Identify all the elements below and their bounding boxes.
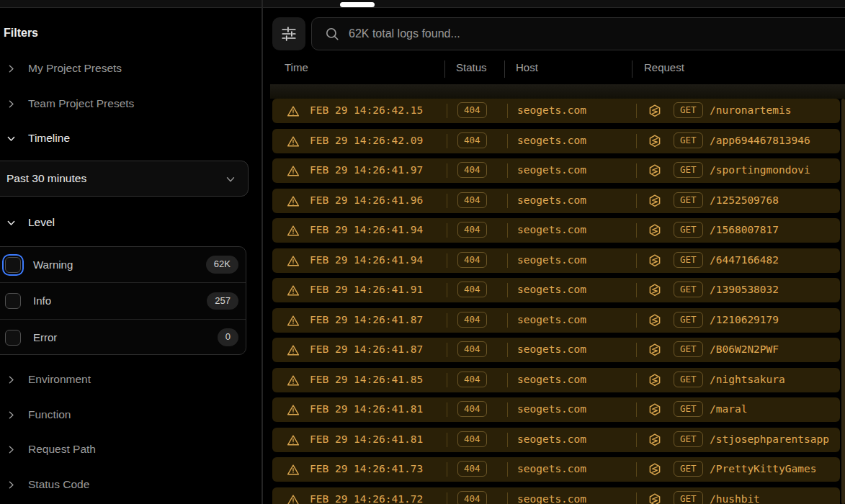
log-host: seogets.com (517, 463, 586, 474)
info-checkbox[interactable] (5, 293, 21, 309)
row-divider (636, 462, 637, 477)
row-divider (447, 373, 447, 387)
log-row[interactable]: FEB 29 14:26:42.09 404 seogets.com GET /… (272, 129, 840, 153)
http-method-badge: GET (674, 491, 703, 504)
log-row[interactable]: FEB 29 14:26:41.94 404 seogets.com GET /… (272, 218, 840, 243)
log-row[interactable]: FEB 29 14:26:41.81 404 seogets.com GET /… (272, 397, 840, 422)
sidebar-divider (261, 0, 263, 504)
log-host: seogets.com (517, 314, 586, 325)
warning-checkbox[interactable] (5, 257, 21, 273)
timeline-select[interactable]: Past 30 minutes (0, 161, 249, 197)
row-divider (507, 223, 508, 238)
log-row[interactable]: FEB 29 14:26:41.72 404 seogets.com GET /… (272, 487, 840, 504)
function-icon (648, 313, 662, 328)
row-divider (636, 104, 637, 118)
sidebar-section-level[interactable]: Level (6, 215, 55, 230)
status-code-badge: 404 (457, 222, 487, 238)
http-method-badge: GET (674, 252, 703, 268)
level-label: Info (33, 294, 51, 307)
function-icon (648, 462, 662, 477)
row-divider (447, 402, 447, 417)
log-row[interactable]: FEB 29 14:26:41.96 404 seogets.com GET /… (272, 189, 840, 213)
row-divider (636, 134, 637, 148)
row-divider (507, 462, 508, 477)
log-row[interactable]: FEB 29 14:26:41.97 404 seogets.com GET /… (272, 158, 840, 183)
row-divider (447, 343, 447, 357)
chevron-right-icon (6, 63, 17, 74)
status-code-badge: 404 (457, 162, 487, 178)
info-count-badge: 257 (207, 292, 238, 310)
row-divider (507, 163, 508, 178)
sidebar-section-team-project-presets[interactable]: Team Project Presets (6, 96, 134, 112)
function-icon (648, 253, 662, 268)
section-label: Request Path (28, 443, 96, 456)
log-row[interactable]: FEB 29 14:26:41.87 404 seogets.com GET /… (272, 338, 840, 362)
function-icon (648, 163, 662, 178)
section-label: Team Project Presets (28, 97, 134, 110)
http-method-badge: GET (674, 341, 703, 357)
status-code-badge: 404 (457, 491, 487, 504)
sidebar-section-request-path[interactable]: Request Path (6, 441, 96, 457)
function-icon (648, 134, 662, 148)
chevron-down-icon (6, 217, 17, 228)
logs-page: Filters My Project Presets Team Project … (0, 0, 845, 504)
sidebar-section-status-code[interactable]: Status Code (6, 477, 89, 492)
row-divider (507, 492, 508, 504)
sidebar-section-function[interactable]: Function (6, 407, 71, 423)
http-method-badge: GET (674, 312, 703, 328)
warning-count-badge: 62K (206, 256, 238, 274)
search-input[interactable] (349, 27, 845, 40)
request-path: /1390538032 (710, 284, 779, 295)
chevron-right-icon (6, 99, 17, 109)
warning-icon (287, 434, 300, 446)
column-header-time: Time (285, 61, 308, 73)
warning-icon (287, 315, 300, 327)
log-row[interactable]: FEB 29 14:26:42.15 404 seogets.com GET /… (272, 99, 840, 123)
vertical-scrollbar[interactable] (841, 99, 845, 504)
http-method-badge: GET (674, 282, 703, 297)
status-code-badge: 404 (457, 401, 487, 417)
section-label: Function (28, 408, 71, 421)
row-divider (447, 462, 447, 477)
function-icon (648, 402, 662, 417)
sidebar-section-environment[interactable]: Environment (6, 372, 91, 387)
log-row[interactable]: FEB 29 14:26:41.87 404 seogets.com GET /… (272, 308, 840, 333)
sidebar-section-timeline[interactable]: Timeline (6, 130, 70, 146)
log-row[interactable]: FEB 29 14:26:41.91 404 seogets.com GET /… (272, 278, 840, 302)
log-row[interactable]: FEB 29 14:26:41.81 404 seogets.com GET /… (272, 428, 840, 452)
level-row-error[interactable]: Error 0 (0, 320, 246, 355)
warning-icon (287, 255, 300, 267)
sidebar-section-my-project-presets[interactable]: My Project Presets (6, 60, 122, 76)
log-host: seogets.com (517, 343, 586, 355)
level-row-warning[interactable]: Warning 62K (0, 247, 246, 283)
log-row[interactable]: FEB 29 14:26:41.85 404 seogets.com GET /… (272, 368, 840, 392)
log-row[interactable]: FEB 29 14:26:41.73 404 seogets.com GET /… (272, 457, 840, 482)
chevron-down-icon (6, 133, 17, 144)
row-divider (447, 223, 447, 238)
log-timestamp: FEB 29 14:26:41.91 (310, 284, 423, 295)
http-method-badge: GET (674, 401, 703, 417)
http-method-badge: GET (674, 192, 703, 208)
function-icon (648, 373, 662, 387)
warning-icon (287, 374, 300, 387)
request-path: /1252509768 (710, 194, 779, 206)
http-method-badge: GET (674, 132, 703, 148)
row-divider (636, 373, 637, 387)
log-timestamp: FEB 29 14:26:42.15 (310, 104, 423, 116)
status-code-badge: 404 (457, 372, 487, 387)
log-row[interactable]: FEB 29 14:26:41.94 404 seogets.com GET /… (272, 248, 840, 273)
error-checkbox[interactable] (5, 330, 21, 346)
section-label: Environment (28, 373, 91, 386)
row-divider (447, 134, 447, 148)
http-method-badge: GET (674, 102, 703, 118)
warning-icon (287, 195, 300, 207)
row-divider (636, 343, 637, 357)
row-divider (507, 104, 508, 118)
level-row-info[interactable]: Info 257 (0, 283, 246, 319)
status-code-badge: 404 (457, 192, 487, 208)
filter-settings-button[interactable] (272, 17, 305, 50)
row-divider (507, 343, 508, 357)
header-divider (444, 60, 445, 78)
section-label: Status Code (28, 478, 89, 491)
request-path: /nuronartemis (710, 104, 792, 116)
